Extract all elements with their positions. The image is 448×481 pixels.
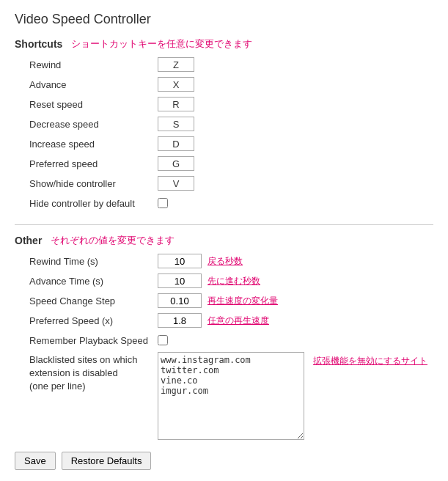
shortcuts-section: Shortcuts ショートカットキーを任意に変更できます Rewind Adv… bbox=[15, 37, 433, 211]
shortcut-input-increase-speed[interactable] bbox=[158, 136, 194, 151]
shortcut-label-reset-speed: Reset speed bbox=[29, 99, 158, 110]
other-row-preferred-speed: Preferred Speed (x) 任意の再生速度 bbox=[29, 312, 433, 328]
other-input-advance-time[interactable] bbox=[158, 273, 202, 288]
other-section: Other それぞれの値を変更できます Rewind Time (s) 戻る秒数… bbox=[15, 234, 433, 440]
other-row-advance-time: Advance Time (s) 先に進む秒数 bbox=[29, 273, 433, 289]
shortcut-label-increase-speed: Increase speed bbox=[29, 139, 158, 150]
blacklist-note: 拡張機能を無効にするサイト bbox=[313, 355, 427, 367]
shortcut-row-advance: Advance bbox=[29, 76, 433, 92]
shortcut-input-rewind[interactable] bbox=[158, 57, 194, 72]
divider bbox=[15, 224, 433, 225]
other-label-speed-change-step: Speed Change Step bbox=[29, 295, 158, 306]
shortcut-label-rewind: Rewind bbox=[29, 59, 158, 70]
shortcut-input-reset-speed[interactable] bbox=[158, 97, 194, 111]
shortcut-row-increase-speed: Increase speed bbox=[29, 136, 433, 152]
other-label-remember-playback: Remember Playback Speed bbox=[29, 335, 158, 346]
shortcuts-title: Shortcuts bbox=[15, 38, 62, 50]
shortcuts-rows: Rewind Advance Reset speed Decrease spee… bbox=[29, 56, 433, 211]
shortcut-row-preferred-speed: Preferred speed bbox=[29, 155, 433, 172]
other-row-rewind-time: Rewind Time (s) 戻る秒数 bbox=[29, 253, 433, 269]
restore-defaults-button[interactable]: Restore Defaults bbox=[62, 452, 152, 470]
save-button[interactable]: Save bbox=[15, 452, 56, 470]
other-header: Other それぞれの値を変更できます bbox=[15, 234, 433, 247]
other-note-advance-time: 先に進む秒数 bbox=[208, 275, 260, 287]
other-input-speed-change-step[interactable] bbox=[158, 293, 202, 308]
shortcut-row-hide-default: Hide controller by default bbox=[29, 195, 433, 211]
shortcut-label-decrease-speed: Decrease speed bbox=[29, 119, 158, 130]
shortcut-label-advance: Advance bbox=[29, 79, 158, 90]
blacklist-textarea[interactable]: www.instagram.com twitter.com vine.co im… bbox=[158, 352, 304, 440]
other-row-speed-change-step: Speed Change Step 再生速度の変化量 bbox=[29, 293, 433, 309]
other-title: Other bbox=[15, 235, 42, 246]
shortcut-row-reset-speed: Reset speed bbox=[29, 96, 433, 112]
footer: Save Restore Defaults bbox=[15, 452, 433, 470]
shortcut-input-advance[interactable] bbox=[158, 77, 194, 92]
other-label-advance-time: Advance Time (s) bbox=[29, 276, 158, 287]
other-input-preferred-speed[interactable] bbox=[158, 313, 202, 328]
shortcut-label-hide-default: Hide controller by default bbox=[29, 198, 158, 209]
other-row-remember-playback: Remember Playback Speed bbox=[29, 332, 433, 348]
other-label-preferred-speed: Preferred Speed (x) bbox=[29, 315, 158, 326]
page-title: Video Speed Controller bbox=[15, 12, 433, 27]
shortcut-row-decrease-speed: Decrease speed bbox=[29, 116, 433, 132]
shortcut-label-show-hide: Show/hide controller bbox=[29, 178, 158, 189]
other-rows: Rewind Time (s) 戻る秒数 Advance Time (s) 先に… bbox=[29, 253, 433, 440]
shortcut-row-rewind: Rewind bbox=[29, 56, 433, 73]
blacklist-label: Blacklisted sites on whichextension is d… bbox=[29, 352, 158, 394]
shortcut-input-preferred-speed[interactable] bbox=[158, 156, 194, 171]
other-note-preferred-speed: 任意の再生速度 bbox=[208, 315, 269, 327]
other-row-blacklist: Blacklisted sites on whichextension is d… bbox=[29, 352, 433, 440]
other-japanese-note: それぞれの値を変更できます bbox=[51, 234, 175, 247]
shortcut-input-decrease-speed[interactable] bbox=[158, 117, 194, 131]
shortcuts-header: Shortcuts ショートカットキーを任意に変更できます bbox=[15, 37, 433, 51]
other-note-speed-change-step: 再生速度の変化量 bbox=[208, 295, 278, 307]
shortcuts-japanese-note: ショートカットキーを任意に変更できます bbox=[71, 37, 252, 51]
other-label-rewind-time: Rewind Time (s) bbox=[29, 256, 158, 267]
other-checkbox-remember-playback[interactable] bbox=[158, 335, 168, 345]
other-note-rewind-time: 戻る秒数 bbox=[208, 255, 243, 268]
other-input-rewind-time[interactable] bbox=[158, 254, 202, 268]
shortcut-checkbox-hide-default[interactable] bbox=[158, 198, 168, 208]
shortcut-row-show-hide: Show/hide controller bbox=[29, 175, 433, 191]
shortcut-label-preferred-speed: Preferred speed bbox=[29, 158, 158, 169]
shortcut-input-show-hide[interactable] bbox=[158, 176, 194, 191]
